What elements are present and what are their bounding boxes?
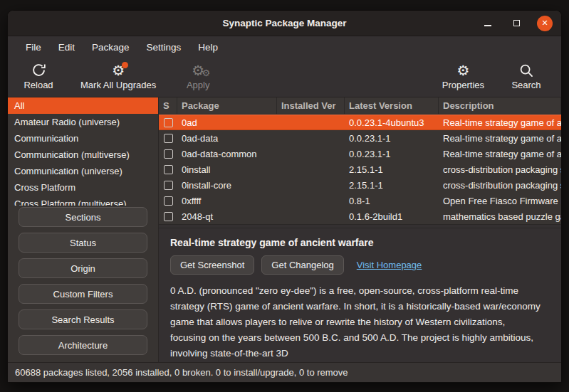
description-cell: Real-time strategy game of ancient warfa… <box>439 149 561 159</box>
latest-version-cell: 0.0.23.1-4ubuntu3 <box>345 117 439 128</box>
column-header-installed[interactable]: Installed Ver <box>277 97 345 114</box>
table-row[interactable]: 0ad 0.0.23.1-4ubuntu3 Real-time strategy… <box>159 115 561 130</box>
origin-button[interactable]: Origin <box>19 258 147 278</box>
mark-all-upgrades-button[interactable]: ⚙ Mark All Upgrades <box>80 61 156 90</box>
column-header-status[interactable]: S <box>159 97 177 114</box>
category-list[interactable]: All Amateur Radio (universe) Communicati… <box>8 97 158 206</box>
reload-icon <box>31 61 46 79</box>
apply-label: Apply <box>187 80 210 90</box>
close-button[interactable]: ✕ <box>537 16 553 31</box>
minimize-button[interactable] <box>480 16 496 31</box>
latest-version-cell: 0.1.6-2build1 <box>345 211 439 222</box>
package-checkbox[interactable] <box>164 149 173 159</box>
package-name-cell: 2048-qt <box>177 211 277 222</box>
statusbar: 60688 packages listed, 2056 installed, 0… <box>8 362 561 382</box>
menu-file[interactable]: File <box>18 39 49 55</box>
apply-icon: ⚙⚙ <box>192 61 204 79</box>
package-checkbox[interactable] <box>164 196 173 206</box>
details-title: Real-time strategy game of ancient warfa… <box>170 237 550 248</box>
description-cell: cross-distribution packaging system (cor… <box>439 180 561 191</box>
window-title: Synaptic Package Manager <box>8 18 561 28</box>
details-actions: Get Screenshot Get Changelog Visit Homep… <box>170 255 550 275</box>
table-row[interactable]: 2048-qt 0.1.6-2build1 mathematics based … <box>159 208 561 224</box>
package-name-cell: 0ad-data-common <box>177 149 277 159</box>
window-controls: ✕ <box>480 16 561 31</box>
latest-version-cell: 0.8-1 <box>345 196 439 206</box>
package-checkbox[interactable] <box>164 165 173 174</box>
search-label: Search <box>511 80 541 90</box>
package-name-cell: 0ad <box>177 117 277 128</box>
titlebar[interactable]: Synaptic Package Manager ✕ <box>8 11 561 36</box>
description-cell: Real-time strategy game of ancient warfa… <box>439 117 561 128</box>
package-name-cell: 0ad-data <box>177 133 277 144</box>
package-name-cell: 0install-core <box>177 180 277 191</box>
maximize-button[interactable] <box>508 16 524 31</box>
get-changelog-button[interactable]: Get Changelog <box>261 255 343 275</box>
column-header-latest[interactable]: Latest Version <box>345 97 439 114</box>
search-button[interactable]: Search <box>508 61 544 90</box>
latest-version-cell: 2.15.1-1 <box>345 180 439 191</box>
menu-settings[interactable]: Settings <box>139 39 189 55</box>
table-row[interactable]: 0ad-data-common 0.0.23.1-1 Real-time str… <box>159 146 561 161</box>
search-icon <box>519 61 533 79</box>
properties-button[interactable]: ⚙ Properties <box>442 61 484 90</box>
description-cell: Open Free Fiasco Firmware Flasher <box>439 196 561 206</box>
table-row[interactable]: 0ad-data 0.0.23.1-1 Real-time strategy g… <box>159 130 561 146</box>
menubar: File Edit Package Settings Help <box>8 36 561 58</box>
category-item[interactable]: Communication <box>8 130 158 147</box>
category-item[interactable]: Cross Platform <box>8 179 158 196</box>
package-name-cell: 0install <box>177 164 277 175</box>
category-item-all[interactable]: All <box>8 97 158 114</box>
description-cell: cross-distribution packaging system <box>439 164 561 175</box>
menu-edit[interactable]: Edit <box>51 39 83 55</box>
statusbar-text: 60688 packages listed, 2056 installed, 0… <box>15 367 348 378</box>
column-header-package[interactable]: Package <box>177 97 277 114</box>
mark-all-upgrades-icon: ⚙ <box>112 61 125 79</box>
mark-all-upgrades-label: Mark All Upgrades <box>80 80 156 90</box>
latest-version-cell: 0.0.23.1-1 <box>345 133 439 144</box>
column-header-description[interactable]: Description <box>439 97 561 114</box>
table-row[interactable]: 0install 2.15.1-1 cross-distribution pac… <box>159 161 561 177</box>
latest-version-cell: 0.0.23.1-1 <box>345 149 439 159</box>
package-checkbox[interactable] <box>164 181 173 190</box>
menu-help[interactable]: Help <box>190 39 226 55</box>
custom-filters-button[interactable]: Custom Filters <box>19 284 147 304</box>
get-screenshot-button[interactable]: Get Screenshot <box>170 255 254 275</box>
properties-gear-icon: ⚙ <box>456 61 469 79</box>
package-checkbox[interactable] <box>164 118 173 127</box>
properties-label: Properties <box>442 80 484 90</box>
latest-version-cell: 2.15.1-1 <box>345 164 439 175</box>
description-cell: mathematics based puzzle game <box>439 211 561 222</box>
details-pane: Real-time strategy game of ancient warfa… <box>159 228 561 362</box>
table-header: S Package Installed Ver Latest Version D… <box>159 97 561 115</box>
main-area: All Amateur Radio (universe) Communicati… <box>8 97 561 362</box>
package-checkbox[interactable] <box>164 134 173 143</box>
apply-gear-small-icon: ⚙ <box>202 68 211 78</box>
architecture-button[interactable]: Architecture <box>19 335 147 355</box>
details-description: 0 A.D. (pronounced "zero ey-dee") is a f… <box>170 283 541 361</box>
synaptic-window: Synaptic Package Manager ✕ File Edit Pac… <box>7 10 562 383</box>
package-checkbox[interactable] <box>164 212 173 221</box>
visit-homepage-link[interactable]: Visit Homepage <box>357 260 422 270</box>
status-button[interactable]: Status <box>19 233 147 253</box>
filter-buttons: Sections Status Origin Custom Filters Se… <box>8 206 158 356</box>
table-row[interactable]: 0xffff 0.8-1 Open Free Fiasco Firmware F… <box>159 193 561 208</box>
category-item[interactable]: Communication (multiverse) <box>8 147 158 163</box>
search-results-button[interactable]: Search Results <box>19 309 147 329</box>
minimize-icon <box>484 25 491 26</box>
description-cell: Real-time strategy game of ancient warfa… <box>439 133 561 144</box>
package-panel: S Package Installed Ver Latest Version D… <box>159 97 561 362</box>
table-row[interactable]: 0install-core 2.15.1-1 cross-distributio… <box>159 177 561 193</box>
toolbar: Reload ⚙ Mark All Upgrades ⚙⚙ Apply ⚙ Pr… <box>8 58 561 97</box>
upgrade-badge-icon <box>122 62 128 68</box>
reload-label: Reload <box>24 80 53 90</box>
menu-package[interactable]: Package <box>84 39 137 55</box>
reload-button[interactable]: Reload <box>21 61 56 90</box>
sections-button[interactable]: Sections <box>19 207 147 227</box>
category-item[interactable]: Amateur Radio (universe) <box>8 114 158 130</box>
category-item[interactable]: Cross Platform (multiverse) <box>8 196 158 206</box>
package-name-cell: 0xffff <box>177 196 277 206</box>
close-icon: ✕ <box>541 19 548 27</box>
category-item[interactable]: Communication (universe) <box>8 163 158 179</box>
apply-button[interactable]: ⚙⚙ Apply <box>180 61 216 90</box>
